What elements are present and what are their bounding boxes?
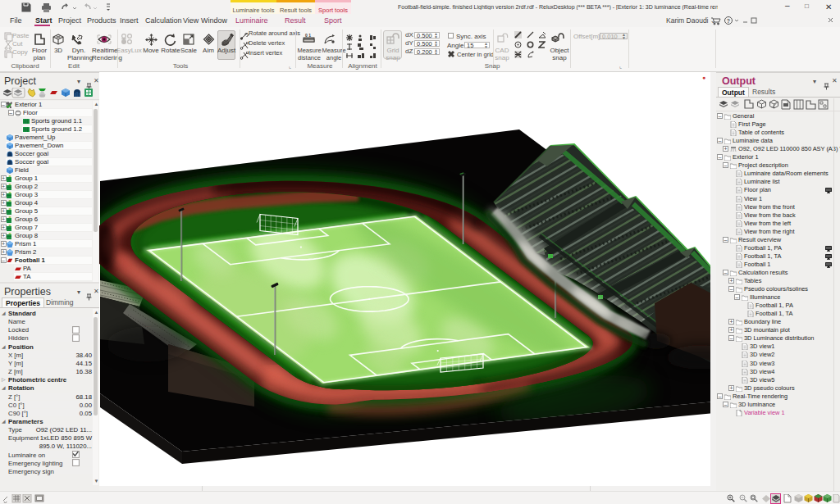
svg-text:?: ? (727, 18, 730, 24)
svg-text:0 1: 0 1 (305, 34, 311, 38)
svg-text:●: ● (702, 75, 705, 80)
